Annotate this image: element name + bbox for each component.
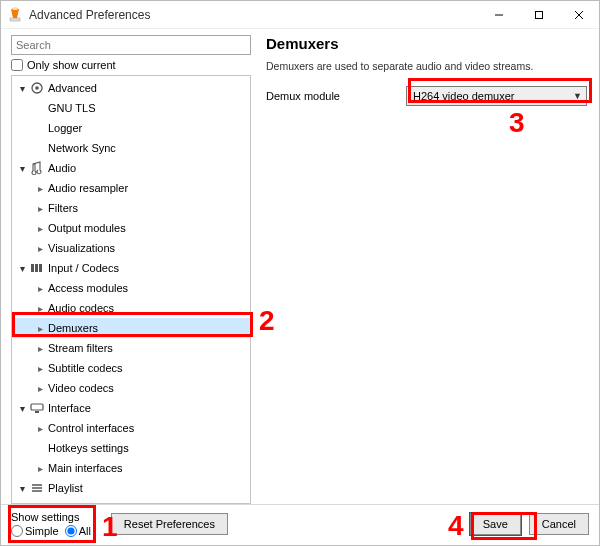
page-description: Demuxers are used to separate audio and … [266, 60, 587, 72]
chevron-down-icon: ▾ [16, 482, 28, 494]
minimize-button[interactable] [479, 1, 519, 29]
svg-rect-10 [31, 404, 43, 410]
tree-item-advanced[interactable]: ▾ Advanced [12, 78, 250, 98]
tree-item-demuxers[interactable]: ▸Demuxers [12, 318, 250, 338]
window-controls [479, 1, 599, 29]
tree-item-gnutls[interactable]: GNU TLS [12, 98, 250, 118]
save-button[interactable]: Save [470, 513, 521, 535]
chevron-right-icon: ▸ [34, 222, 46, 234]
tree-item-audio[interactable]: ▾ Audio [12, 158, 250, 178]
window: Advanced Preferences Only show current [0, 0, 600, 546]
chevron-down-icon: ▾ [16, 162, 28, 174]
radio-simple[interactable] [11, 525, 23, 537]
reset-button[interactable]: Reset Preferences [111, 513, 228, 535]
svg-rect-2 [536, 11, 543, 18]
chevron-right-icon: ▸ [34, 362, 46, 374]
settings-tree[interactable]: ▾ Advanced GNU TLS Logger Network Sync ▾… [12, 76, 250, 503]
codecs-icon [30, 261, 44, 275]
tree-label: Audio resampler [48, 182, 128, 194]
radio-all-wrap[interactable]: All [65, 525, 91, 537]
tree-item-stream-filters[interactable]: ▸Stream filters [12, 338, 250, 358]
tree-label: Visualizations [48, 242, 115, 254]
svg-rect-8 [35, 264, 38, 272]
radio-all-label: All [79, 525, 91, 537]
tree-label: Input / Codecs [48, 262, 119, 274]
tree-label: Interface [48, 402, 91, 414]
tree-label: Subtitle codecs [48, 362, 123, 374]
tree-item-interface[interactable]: ▾ Interface [12, 398, 250, 418]
playlist-icon [30, 481, 44, 495]
tree-label: Hotkeys settings [48, 442, 129, 454]
footer: Show settings Simple All Reset Preferenc… [1, 504, 599, 545]
app-icon [7, 7, 23, 23]
close-button[interactable] [559, 1, 599, 29]
chevron-right-icon: ▸ [34, 302, 46, 314]
chevron-right-icon: ▸ [34, 282, 46, 294]
chevron-right-icon: ▸ [34, 462, 46, 474]
tree-item-access-modules[interactable]: ▸Access modules [12, 278, 250, 298]
tree-item-network-sync[interactable]: Network Sync [12, 138, 250, 158]
tree-item-audio-resampler[interactable]: ▸Audio resampler [12, 178, 250, 198]
demux-module-value: H264 video demuxer [413, 90, 515, 102]
tree-item-main-interfaces[interactable]: ▸Main interfaces [12, 458, 250, 478]
chevron-down-icon: ▾ [16, 402, 28, 414]
tree-label: Audio codecs [48, 302, 114, 314]
titlebar: Advanced Preferences [1, 1, 599, 29]
radio-all[interactable] [65, 525, 77, 537]
gear-icon [30, 81, 44, 95]
tree-item-video-codecs[interactable]: ▸Video codecs [12, 378, 250, 398]
tree-label: Control interfaces [48, 422, 134, 434]
svg-rect-9 [39, 264, 42, 272]
chevron-down-icon: ▾ [16, 82, 28, 94]
tree-label: Audio [48, 162, 76, 174]
tree-label: GNU TLS [48, 102, 95, 114]
tree-item-output-modules[interactable]: ▸Output modules [12, 218, 250, 238]
chevron-right-icon: ▸ [34, 182, 46, 194]
chevron-right-icon: ▸ [34, 242, 46, 254]
search-input[interactable] [11, 35, 251, 55]
caret-down-icon: ▼ [573, 91, 582, 101]
chevron-right-icon: ▸ [34, 322, 46, 334]
radio-simple-wrap[interactable]: Simple [11, 525, 59, 537]
tree-label: Access modules [48, 282, 128, 294]
page-title: Demuxers [266, 35, 587, 52]
svg-rect-11 [35, 411, 39, 413]
tree-label: Main interfaces [48, 462, 123, 474]
sidebar: Only show current ▾ Advanced GNU TLS Log… [1, 29, 254, 504]
tree-item-input-codecs[interactable]: ▾ Input / Codecs [12, 258, 250, 278]
audio-icon [30, 161, 44, 175]
chevron-down-icon: ▾ [16, 262, 28, 274]
tree-label: Network Sync [48, 142, 116, 154]
tree-item-playlist[interactable]: ▾ Playlist [12, 478, 250, 498]
tree-item-filters[interactable]: ▸Filters [12, 198, 250, 218]
tree-label: Logger [48, 122, 82, 134]
tree-item-logger[interactable]: Logger [12, 118, 250, 138]
tree-item-hotkeys-settings[interactable]: Hotkeys settings [12, 438, 250, 458]
interface-icon [30, 401, 44, 415]
tree-item-audio-codecs[interactable]: ▸Audio codecs [12, 298, 250, 318]
tree-label: Playlist [48, 482, 83, 494]
tree-label: Video codecs [48, 382, 114, 394]
cancel-button[interactable]: Cancel [529, 513, 589, 535]
only-show-current-label: Only show current [27, 59, 116, 71]
show-settings-label: Show settings [11, 511, 91, 523]
tree-label: Advanced [48, 82, 97, 94]
radio-simple-label: Simple [25, 525, 59, 537]
tree-item-subtitle-codecs[interactable]: ▸Subtitle codecs [12, 358, 250, 378]
tree-label: Output modules [48, 222, 126, 234]
tree-item-control-interfaces[interactable]: ▸Control interfaces [12, 418, 250, 438]
tree-item-visualizations[interactable]: ▸Visualizations [12, 238, 250, 258]
demux-module-combo[interactable]: H264 video demuxer ▼ [406, 86, 587, 106]
chevron-right-icon: ▸ [34, 342, 46, 354]
chevron-right-icon: ▸ [34, 382, 46, 394]
maximize-button[interactable] [519, 1, 559, 29]
svg-rect-0 [10, 18, 20, 21]
svg-rect-7 [31, 264, 34, 272]
demux-module-label: Demux module [266, 90, 406, 102]
tree-label: Stream filters [48, 342, 113, 354]
window-title: Advanced Preferences [29, 8, 479, 22]
only-show-current-checkbox[interactable] [11, 59, 23, 71]
svg-point-6 [35, 86, 39, 90]
tree-label: Demuxers [48, 322, 98, 334]
chevron-right-icon: ▸ [34, 202, 46, 214]
